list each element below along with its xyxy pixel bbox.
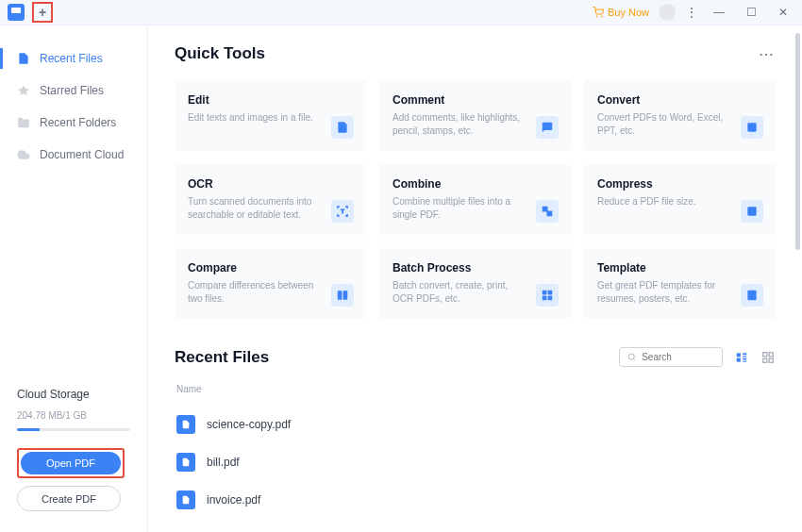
tool-desc: Add comments, like highlights, pencil, s… — [393, 111, 525, 138]
app-logo-icon — [8, 4, 25, 21]
sidebar-item-starred-files[interactable]: Starred Files — [0, 75, 147, 107]
tool-comment[interactable]: Comment Add comments, like highlights, p… — [379, 80, 571, 151]
tool-compare[interactable]: Compare Compare differences between two … — [175, 248, 366, 319]
cloud-icon — [17, 148, 30, 161]
quick-tools-grid: Edit Edit texts and images in a file. Co… — [175, 80, 776, 319]
new-tab-button[interactable]: + — [32, 2, 53, 23]
svg-rect-10 — [543, 291, 547, 295]
svg-rect-22 — [743, 360, 746, 361]
tool-title: Compress — [597, 177, 760, 191]
tool-title: Compare — [188, 261, 351, 274]
tool-template[interactable]: Template Get great PDF templates for res… — [584, 248, 776, 319]
scrollbar[interactable] — [795, 33, 800, 250]
tool-desc: Combine multiple files into a single PDF… — [393, 195, 525, 222]
buy-now-link[interactable]: Buy Now — [593, 7, 649, 18]
close-button[interactable]: ✕ — [772, 1, 794, 24]
svg-rect-24 — [769, 352, 773, 356]
tool-desc: Reduce a PDF file size. — [597, 195, 729, 208]
sidebar: Recent Files Starred Files Recent Folder… — [0, 25, 148, 532]
tool-desc: Compare differences between two files. — [188, 279, 320, 306]
recent-files-title: Recent Files — [175, 348, 269, 367]
app-menu-button[interactable]: ⋮ — [685, 5, 698, 20]
svg-rect-13 — [548, 296, 553, 301]
tool-compress[interactable]: Compress Reduce a PDF file size. — [584, 164, 776, 235]
svg-rect-14 — [747, 291, 756, 301]
tool-title: Edit — [188, 93, 351, 107]
search-box[interactable] — [619, 347, 723, 367]
table-header-name: Name — [175, 378, 776, 400]
open-pdf-label: Open PDF — [46, 457, 95, 469]
search-input[interactable] — [642, 352, 714, 362]
tool-title: Convert — [597, 93, 760, 107]
svg-rect-3 — [747, 123, 756, 131]
maximize-button[interactable]: ☐ — [740, 1, 762, 24]
svg-rect-12 — [543, 296, 547, 301]
file-row[interactable]: invoice.pdf — [175, 481, 776, 519]
svg-rect-6 — [546, 210, 552, 216]
compare-icon — [331, 284, 354, 307]
svg-rect-17 — [737, 353, 741, 357]
pdf-file-icon — [176, 415, 195, 434]
svg-rect-19 — [743, 356, 746, 357]
template-icon — [741, 284, 763, 307]
tool-ocr[interactable]: OCR Turn scanned documents into searchab… — [175, 164, 366, 235]
pdf-file-icon — [176, 453, 195, 472]
main-content: Quick Tools ⋯ Edit Edit texts and images… — [148, 25, 802, 532]
open-pdf-button[interactable]: Open PDF — [21, 452, 121, 474]
svg-point-15 — [628, 354, 634, 359]
open-pdf-highlight: Open PDF — [17, 448, 125, 478]
sidebar-item-label: Recent Folders — [40, 116, 116, 129]
combine-icon — [536, 200, 559, 223]
tool-combine[interactable]: Combine Combine multiple files into a si… — [379, 164, 571, 235]
user-avatar-icon[interactable] — [659, 4, 676, 21]
minimize-button[interactable]: — — [708, 1, 730, 24]
compress-icon — [741, 200, 763, 223]
edit-icon — [331, 116, 354, 139]
sidebar-item-recent-files[interactable]: Recent Files — [0, 42, 147, 75]
quick-tools-menu[interactable]: ⋯ — [759, 45, 776, 63]
cloud-storage-usage: 204.78 MB/1 GB — [17, 410, 130, 421]
file-row[interactable]: bill.pdf — [175, 443, 776, 481]
ocr-icon: T — [331, 200, 354, 223]
sidebar-item-label: Starred Files — [40, 84, 104, 97]
file-name: bill.pdf — [207, 456, 240, 469]
pdf-file-icon — [176, 490, 195, 509]
grid-view-button[interactable] — [760, 350, 776, 365]
create-pdf-button[interactable]: Create PDF — [17, 486, 121, 511]
tool-title: OCR — [188, 177, 351, 191]
svg-rect-26 — [769, 358, 773, 362]
star-icon — [17, 84, 30, 97]
cart-icon — [593, 7, 604, 18]
svg-marker-2 — [18, 85, 29, 95]
create-pdf-label: Create PDF — [42, 493, 96, 505]
svg-rect-20 — [737, 357, 741, 361]
tool-desc: Get great PDF templates for resumes, pos… — [597, 279, 729, 306]
list-view-button[interactable] — [734, 350, 749, 365]
tool-title: Template — [597, 261, 760, 274]
tool-convert[interactable]: Convert Convert PDFs to Word, Excel, PPT… — [584, 80, 776, 151]
folder-icon — [17, 116, 30, 129]
sidebar-item-document-cloud[interactable]: Document Cloud — [0, 139, 147, 171]
cloud-storage-section: Cloud Storage 204.78 MB/1 GB Open PDF Cr… — [0, 374, 147, 532]
tool-batch[interactable]: Batch Process Batch convert, create, pri… — [379, 248, 571, 319]
tool-desc: Batch convert, create, print, OCR PDFs, … — [393, 279, 525, 306]
svg-rect-23 — [763, 352, 767, 356]
cloud-storage-title: Cloud Storage — [17, 388, 130, 401]
file-name: science-copy.pdf — [207, 418, 291, 431]
tool-title: Combine — [393, 177, 556, 191]
comment-icon — [536, 116, 559, 139]
convert-icon — [741, 116, 763, 139]
svg-rect-21 — [743, 357, 746, 359]
file-icon — [17, 52, 30, 65]
tool-edit[interactable]: Edit Edit texts and images in a file. — [175, 80, 366, 151]
tool-desc: Turn scanned documents into searchable o… — [188, 195, 320, 222]
sidebar-item-recent-folders[interactable]: Recent Folders — [0, 107, 147, 139]
tool-desc: Convert PDFs to Word, Excel, PPT, etc. — [597, 111, 729, 138]
svg-rect-7 — [747, 207, 756, 215]
cloud-storage-progress — [17, 428, 130, 431]
buy-now-label: Buy Now — [608, 7, 649, 18]
quick-tools-title: Quick Tools — [175, 44, 265, 63]
svg-rect-8 — [338, 291, 343, 299]
file-row[interactable]: science-copy.pdf — [175, 406, 776, 443]
tool-title: Comment — [393, 93, 556, 107]
